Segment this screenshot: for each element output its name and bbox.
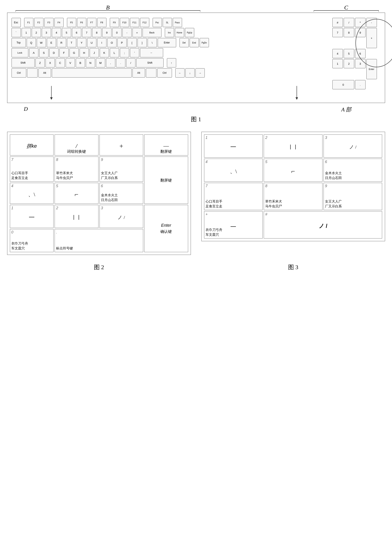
- key-h[interactable]: H: [80, 48, 89, 57]
- key-alt-r[interactable]: Alt: [133, 68, 145, 77]
- key-del[interactable]: Del: [179, 38, 189, 47]
- key-home[interactable]: Home: [175, 28, 184, 37]
- key-4[interactable]: 4: [52, 28, 61, 37]
- key-tab[interactable]: Top: [12, 38, 26, 47]
- key-lbracket[interactable]: [: [127, 38, 137, 47]
- key-menu[interactable]: [146, 68, 156, 77]
- key-space[interactable]: [52, 68, 132, 77]
- key-sl[interactable]: SL: [163, 18, 172, 27]
- key-f3[interactable]: F3: [44, 18, 53, 27]
- numpad-star[interactable]: *: [355, 18, 366, 27]
- key-comma[interactable]: ,: [106, 58, 115, 67]
- key-6[interactable]: 6: [72, 28, 81, 37]
- key-e[interactable]: E: [47, 38, 56, 47]
- numpad-9[interactable]: 9: [355, 28, 366, 37]
- key-a[interactable]: A: [29, 48, 38, 57]
- key-f1[interactable]: F1: [24, 18, 33, 27]
- numpad-7[interactable]: 7: [332, 28, 343, 37]
- key-m[interactable]: M: [96, 58, 105, 67]
- key-q[interactable]: Q: [27, 38, 36, 47]
- key-o[interactable]: O: [107, 38, 116, 47]
- key-ins[interactable]: Ins: [165, 28, 174, 37]
- key-slash[interactable]: /: [126, 58, 135, 67]
- key-5[interactable]: 5: [62, 28, 71, 37]
- key-i[interactable]: I: [97, 38, 106, 47]
- key-k[interactable]: K: [100, 48, 109, 57]
- key-backspace[interactable]: Back: [143, 28, 161, 37]
- key-shift-r[interactable]: Shift: [136, 58, 164, 67]
- key-p[interactable]: P: [117, 38, 127, 47]
- key-pgup[interactable]: PgUp: [185, 28, 194, 37]
- key-enter[interactable]: Enter: [158, 38, 176, 47]
- key-u[interactable]: U: [87, 38, 96, 47]
- key-f11[interactable]: F11: [130, 18, 139, 27]
- key-pgdn[interactable]: PgDn: [200, 38, 209, 47]
- key-period[interactable]: .: [116, 58, 125, 67]
- key-psc[interactable]: Psc: [153, 18, 162, 27]
- key-v[interactable]: V: [66, 58, 75, 67]
- key-f[interactable]: F: [59, 48, 69, 57]
- key-minus[interactable]: -: [122, 28, 132, 37]
- key-f4[interactable]: F4: [54, 18, 64, 27]
- key-f6[interactable]: F6: [77, 18, 86, 27]
- key-r[interactable]: R: [57, 38, 66, 47]
- key-n[interactable]: N: [86, 58, 95, 67]
- key-f9[interactable]: F9: [110, 18, 119, 27]
- key-f10[interactable]: F10: [120, 18, 129, 27]
- numpad-6[interactable]: 6: [355, 49, 366, 58]
- key-c[interactable]: C: [56, 58, 65, 67]
- key-esc[interactable]: Esc: [12, 18, 21, 27]
- numpad-3[interactable]: 3: [355, 59, 366, 68]
- key-capslock[interactable]: Lock: [12, 48, 28, 57]
- key-equals[interactable]: =: [133, 28, 142, 37]
- key-z[interactable]: Z: [35, 58, 45, 67]
- key-end[interactable]: End: [190, 38, 199, 47]
- numpad-4[interactable]: 4: [332, 49, 343, 58]
- key-backslash[interactable]: \: [148, 38, 157, 47]
- key-paus[interactable]: Paus: [173, 18, 182, 27]
- key-8[interactable]: 8: [92, 28, 101, 37]
- key-ctrl-r[interactable]: Ctrl: [157, 68, 172, 77]
- numpad-2[interactable]: 2: [344, 59, 354, 68]
- key-w[interactable]: W: [37, 38, 46, 47]
- key-arrow-right[interactable]: →: [196, 68, 205, 77]
- key-7[interactable]: 7: [82, 28, 91, 37]
- key-d[interactable]: D: [49, 48, 58, 57]
- key-win[interactable]: [27, 68, 38, 77]
- key-g[interactable]: G: [69, 48, 79, 57]
- key-y[interactable]: Y: [77, 38, 86, 47]
- key-arrow-left[interactable]: ←: [175, 68, 184, 77]
- key-quote[interactable]: ': [130, 48, 139, 57]
- key-arrow-down[interactable]: ↓: [185, 68, 195, 77]
- numpad-5[interactable]: 5: [344, 49, 354, 58]
- key-t[interactable]: T: [67, 38, 76, 47]
- key-shift-l[interactable]: Shift: [12, 58, 35, 67]
- key-9[interactable]: 9: [102, 28, 111, 37]
- key-3[interactable]: 3: [42, 28, 51, 37]
- key-alt-l[interactable]: Alt: [38, 68, 51, 77]
- key-semicolon[interactable]: ;: [120, 48, 129, 57]
- key-rbracket[interactable]: ]: [138, 38, 147, 47]
- numpad-enter[interactable]: Enter: [366, 59, 377, 79]
- key-b[interactable]: B: [76, 58, 85, 67]
- numpad-minus[interactable]: -: [366, 18, 377, 27]
- key-1[interactable]: 1: [22, 28, 31, 37]
- numpad-numlock[interactable]: #: [332, 18, 343, 27]
- numpad-dot[interactable]: .: [355, 80, 366, 89]
- key-f12[interactable]: F12: [140, 18, 149, 27]
- key-backtick[interactable]: `: [12, 28, 21, 37]
- key-0[interactable]: 0: [112, 28, 121, 37]
- key-ctrl-l[interactable]: Ctrl: [12, 68, 26, 77]
- key-enter2[interactable]: ←: [140, 48, 163, 57]
- key-j[interactable]: J: [90, 48, 99, 57]
- key-2[interactable]: 2: [32, 28, 41, 37]
- numpad-0[interactable]: 0: [332, 80, 354, 89]
- numpad-plus[interactable]: +: [366, 28, 377, 48]
- key-arrow-up[interactable]: ↑: [167, 58, 176, 67]
- key-s[interactable]: S: [39, 48, 48, 57]
- key-f2[interactable]: F2: [34, 18, 43, 27]
- numpad-slash[interactable]: /: [344, 18, 354, 27]
- numpad-8[interactable]: 8: [344, 28, 354, 37]
- key-x[interactable]: X: [46, 58, 55, 67]
- key-f5[interactable]: F5: [67, 18, 76, 27]
